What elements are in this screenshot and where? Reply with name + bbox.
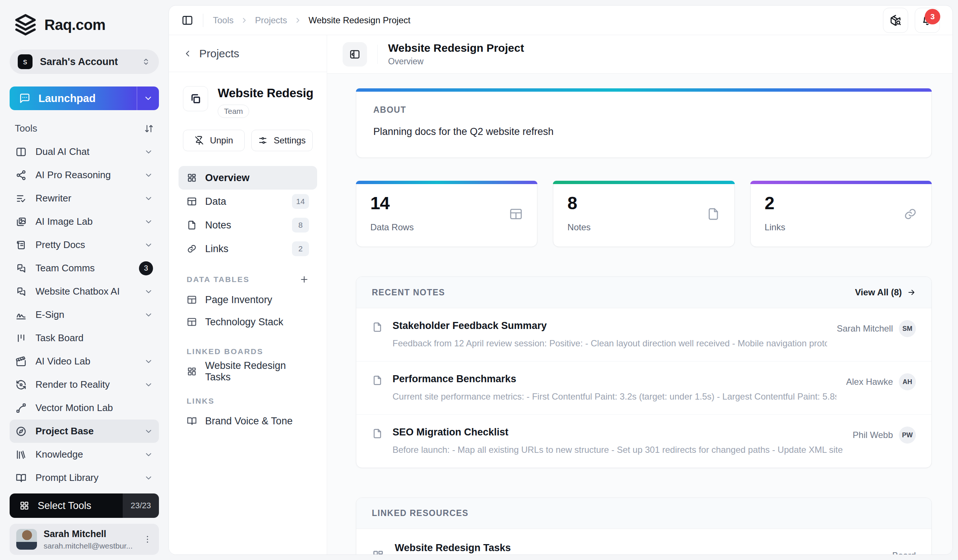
main-body: Projects Website Redesign P... Team [169,35,952,554]
view-all-label: View All (8) [855,287,902,298]
sidebar-item-label: Rewriter [35,193,135,204]
stat-value: 14 [370,193,523,213]
file-icon [372,428,383,439]
chevron-down-icon [144,311,153,319]
book-open-icon [187,416,197,426]
more-options-icon[interactable] [143,535,152,544]
linked-resources-header: LINKED RESOURCES [356,498,931,529]
grid-icon [372,549,384,554]
author-avatar: PW [899,427,916,444]
resource-row[interactable]: Website Redesign Tasks Task Board Board [356,529,931,554]
project-nav: Overview Data 14 Notes 8 [169,153,327,260]
stat-card[interactable]: 8 Notes [553,181,734,247]
sidebar-item[interactable]: Knowledge [10,443,159,466]
sidebar-item[interactable]: Website Chatbox AI [10,280,159,303]
package-search-button[interactable] [883,8,908,33]
sidebar-item[interactable]: Pretty Docs [10,233,159,257]
sidebar-item[interactable]: Dual AI Chat [10,140,159,163]
tools-section-header: Tools [10,121,159,140]
topbar: Tools Projects Website Redesign Project … [169,6,952,35]
resource-title: Website Redesign Tasks [395,542,882,554]
note-title: Stakeholder Feedback Summary [392,320,827,332]
launchpad-button[interactable]: Launchpad [10,87,159,110]
project-nav-item[interactable]: Data 14 [179,190,317,213]
content-scroll[interactable]: ABOUT Planning docs for the Q2 website r… [327,73,952,554]
sidebar-item[interactable]: Vector Motion Lab [10,396,159,420]
select-tools-main[interactable]: Select Tools [10,493,123,518]
sidebar-item[interactable]: E-Sign [10,303,159,327]
sidebar-item[interactable]: AI Pro Reasoning [10,163,159,187]
sidebar-item-label: Team Comms [35,262,130,274]
spline-icon [16,403,27,414]
topbar-actions: 3 [883,8,940,33]
sidebar-item[interactable]: Team Comms 3 [10,257,159,280]
chevron-down-icon [144,357,153,366]
plus-icon[interactable] [300,274,309,284]
clapperboard-icon [16,356,27,367]
note-title: SEO Migration Checklist [392,427,843,438]
book-open-icon [16,473,27,484]
section-item[interactable]: Page Inventory [179,289,317,311]
stat-card[interactable]: 2 Links [750,181,932,247]
sidebar-item[interactable]: Form Builder [10,489,159,490]
sidebar-item[interactable]: Rewriter [10,187,159,210]
breadcrumb-projects[interactable]: Projects [255,15,287,25]
note-row[interactable]: SEO Migration Checklist Before launch: -… [356,414,931,468]
sidebar-item-label: Prompt Library [35,472,135,484]
notifications-button[interactable]: 3 [915,8,940,33]
chevron-right-icon [294,16,302,24]
section-item[interactable]: Website Redesign Tasks [179,360,317,382]
account-switcher[interactable]: s Sarah's Account [10,49,159,74]
link-icon [903,207,917,221]
sidebar-item[interactable]: Task Board [10,327,159,350]
view-all-link[interactable]: View All (8) [855,287,916,298]
panel-section: DATA TABLES Page InventoryTechnology Sta… [169,260,327,333]
stat-label: Links [765,222,917,233]
section-item-label: Technology Stack [205,316,284,328]
select-tools-button[interactable]: Select Tools 23/23 [10,493,159,518]
chevron-down-icon [144,473,153,482]
share-network-icon [16,170,27,181]
linked-resources-card: LINKED RESOURCES Website Redesign Tasks … [356,498,932,554]
stat-cards: 14 Data Rows 8 Notes [356,181,932,247]
sidebar-item-label: AI Image Lab [35,216,135,227]
note-main: SEO Migration Checklist Before launch: -… [392,427,843,455]
breadcrumb-tools[interactable]: Tools [213,15,233,25]
project-nav-item[interactable]: Overview [179,166,317,190]
user-card[interactable]: Sarah Mitchell sarah.mitchell@westbur... [10,524,159,555]
sidebar-item[interactable]: AI Image Lab [10,210,159,233]
settings-button[interactable]: Settings [251,130,313,151]
note-row[interactable]: Performance Benchmarks Current site perf… [356,361,931,414]
stat-card[interactable]: 14 Data Rows [356,181,538,247]
project-nav-item[interactable]: Notes 8 [179,213,317,237]
sort-icon[interactable] [144,124,154,133]
content-header: Website Redesign Project Overview [327,35,952,73]
project-nav-item[interactable]: Links 2 [179,237,317,260]
back-to-projects[interactable]: Projects [169,35,327,72]
count-badge: 2 [292,241,309,256]
panel-toggle-icon[interactable] [181,14,193,26]
collapse-panel-button[interactable] [343,42,367,67]
note-row[interactable]: Stakeholder Feedback Summary Feedback fr… [356,308,931,361]
sidebar-item[interactable]: Project Base [10,420,159,443]
brand-name: Raq.com [44,17,105,33]
about-card: ABOUT Planning docs for the Q2 website r… [356,88,932,158]
breadcrumb-current: Website Redesign Project [309,15,411,25]
select-tools-count: 23/23 [123,493,159,518]
sidebar-item[interactable]: Render to Reality [10,373,159,396]
author-avatar: AH [899,373,916,390]
sidebar-tools-list: Dual AI Chat AI Pro Reasoning [10,140,159,490]
launchpad-dropdown-button[interactable] [137,87,159,110]
unpin-button[interactable]: Unpin [183,130,245,151]
stat-value: 2 [765,193,917,213]
author-avatar: SM [899,320,916,337]
sidebar-item[interactable]: AI Video Lab [10,350,159,373]
launchpad-main[interactable]: Launchpad [10,87,137,110]
sidebar-item[interactable]: Prompt Library [10,466,159,489]
table-icon [509,207,523,221]
section-item[interactable]: Technology Stack [179,311,317,333]
section-item[interactable]: Brand Voice & Tone [179,410,317,432]
table-icon [187,196,197,207]
user-name: Sarah Mitchell [44,528,136,539]
copy-icon [190,93,201,105]
